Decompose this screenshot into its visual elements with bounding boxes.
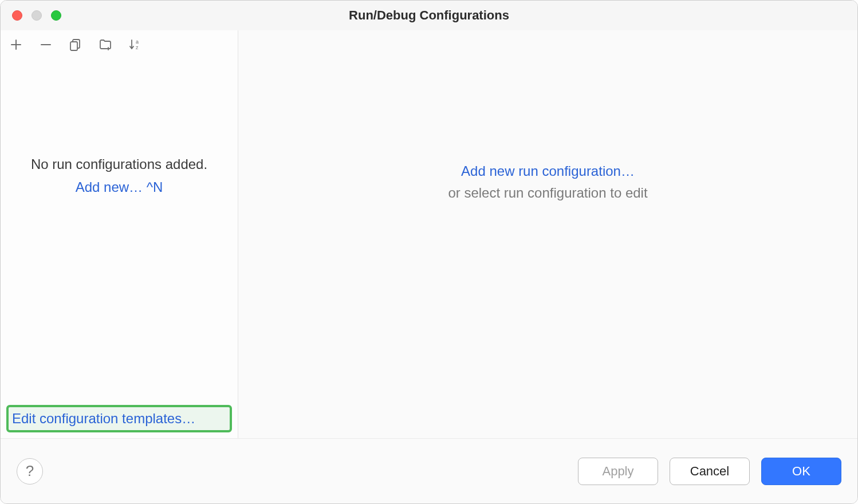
sidebar: az No run configurations added. Add new…… [1,30,238,438]
add-new-link[interactable]: Add new… ^N [76,179,163,195]
sort-alpha-icon: az [128,38,142,52]
help-button[interactable]: ? [17,458,43,485]
remove-configuration-button[interactable] [37,36,54,53]
edit-configuration-templates-link[interactable]: Edit configuration templates… [12,411,195,426]
main-panel: Add new run configuration… or select run… [238,30,857,438]
sort-alpha-button[interactable]: az [127,36,144,53]
create-folder-button[interactable] [97,36,114,53]
copy-icon [69,38,82,52]
sidebar-toolbar: az [1,30,238,59]
minus-icon [39,38,53,52]
title-bar: Run/Debug Configurations [1,1,857,30]
edit-templates-highlight: Edit configuration templates… [6,405,232,432]
cancel-button[interactable]: Cancel [670,458,750,485]
minimize-window-button[interactable] [32,10,42,21]
add-new-run-configuration-link[interactable]: Add new run configuration… [461,163,635,179]
apply-button[interactable]: Apply [578,458,658,485]
dialog-footer: ? Apply Cancel OK [1,438,857,503]
ok-button[interactable]: OK [761,458,841,485]
add-configuration-button[interactable] [7,36,25,53]
zoom-window-button[interactable] [51,10,61,21]
svg-rect-1 [70,42,77,50]
close-window-button[interactable] [12,10,22,21]
copy-configuration-button[interactable] [67,36,84,53]
svg-text:z: z [136,45,139,50]
svg-text:a: a [136,39,139,45]
window-title: Run/Debug Configurations [1,8,857,23]
no-configurations-message: No run configurations added. [31,156,207,172]
sidebar-body: No run configurations added. Add new… ^N [1,59,238,404]
plus-icon [9,38,23,52]
edit-templates-container: Edit configuration templates… [5,404,233,434]
window-controls [1,10,61,21]
select-configuration-hint: or select run configuration to edit [448,185,647,201]
content-area: az No run configurations added. Add new…… [1,30,857,438]
folder-add-icon [99,38,112,52]
